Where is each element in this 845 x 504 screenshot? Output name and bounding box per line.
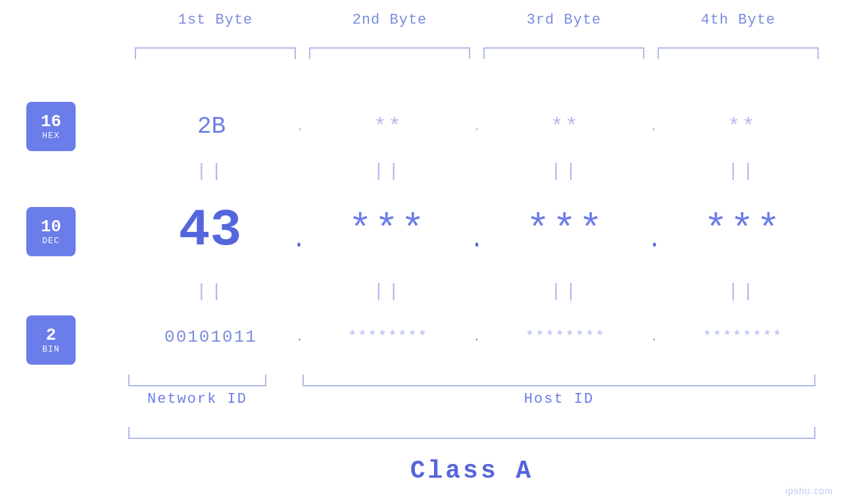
dec-badge-box: 10 DEC [26,207,76,256]
hex-badge-box: 16 HEX [26,102,76,151]
bin-badge-box: 2 BIN [26,315,76,365]
bin-byte2: ******** [306,329,471,345]
bin-dot-1: . [293,331,306,344]
bin-badge-num: 2 [46,326,57,345]
dec-byte4: *** [662,208,825,252]
class-a-label: Class A [128,457,815,485]
bracket-1 [135,47,296,59]
bin-byte3: ******** [483,329,648,345]
header-3rd-byte: 3rd Byte [477,12,651,28]
dblbar-hex-4: || [660,161,826,181]
dec-dot-2: . [470,227,484,263]
network-id-label: Network ID [128,391,266,407]
header-brackets [128,47,825,59]
dec-dot-1: . [292,227,306,263]
dblbar-hex-3: || [483,161,648,181]
watermark: ipshu.com [785,486,833,496]
dec-value-row: 43 . *** . *** . *** [128,197,825,263]
bin-dot-2: . [471,331,483,344]
hex-byte2: ** [305,114,471,139]
hex-badge: 16 HEX [26,102,76,151]
main-container: 1st Byte 2nd Byte 3rd Byte 4th Byte 16 H… [0,0,845,504]
id-labels-row: Network ID Host ID [128,391,815,407]
dec-dot-3: . [648,227,662,263]
bin-badge-label: BIN [42,344,59,354]
hex-byte1-val: 2B [197,113,226,140]
bin-byte1-val: 00101011 [164,327,257,347]
hex-dot-3: . [648,119,659,134]
bracket-3 [483,47,644,59]
dec-byte3: *** [484,208,648,252]
dec-byte1: 43 [128,200,292,260]
bin-value-row: 00101011 . ******** . ******** . *******… [128,312,825,361]
bracket-4 [658,47,819,59]
header-1st-byte: 1st Byte [128,12,302,28]
dec-badge-num: 10 [41,218,61,237]
hex-dot-2: . [471,119,482,134]
dec-byte2: *** [306,208,470,252]
bin-byte4: ******** [660,329,825,345]
hex-byte4: ** [659,114,825,139]
dblbar-dec-2: || [306,281,471,302]
dec-byte1-val: 43 [178,200,241,260]
dblbar-hex-row: || || || || [128,161,825,181]
dec-byte4-val: *** [704,208,783,252]
bin-byte1: 00101011 [128,327,293,347]
bracket-2 [309,47,470,59]
hex-byte4-val: ** [727,114,756,139]
dblbar-dec-3: || [483,281,648,302]
dec-badge-label: DEC [42,236,59,246]
hex-value-row: 2B . ** . ** . ** [128,102,825,151]
bin-byte3-val: ******** [525,329,606,345]
hex-badge-label: HEX [42,131,59,141]
dec-byte2-val: *** [349,208,427,252]
header-2nd-byte: 2nd Byte [302,12,477,28]
hex-badge-num: 16 [41,112,61,131]
class-bracket [128,427,815,439]
hex-byte3: ** [482,114,648,139]
header-4th-byte: 4th Byte [651,12,825,28]
network-bracket [128,375,266,386]
dec-badge: 10 DEC [26,207,76,256]
byte-headers: 1st Byte 2nd Byte 3rd Byte 4th Byte [128,12,825,28]
host-id-label: Host ID [302,391,815,407]
hex-dot-1: . [295,119,305,134]
dblbar-dec-1: || [128,281,294,302]
network-host-brackets [128,375,815,386]
hex-byte3-val: ** [550,114,579,139]
bin-dot-3: . [648,331,660,344]
dblbar-hex-2: || [306,161,471,181]
bin-badge: 2 BIN [26,315,76,365]
dblbar-dec-4: || [660,281,826,302]
bin-byte2-val: ******** [348,329,428,345]
host-bracket [302,375,815,386]
dblbar-hex-1: || [128,161,294,181]
bin-byte4-val: ******** [703,329,783,345]
hex-byte1: 2B [128,113,295,140]
hex-byte2-val: ** [374,114,402,139]
dblbar-dec-row: || || || || [128,281,825,302]
dec-byte3-val: *** [526,208,605,252]
